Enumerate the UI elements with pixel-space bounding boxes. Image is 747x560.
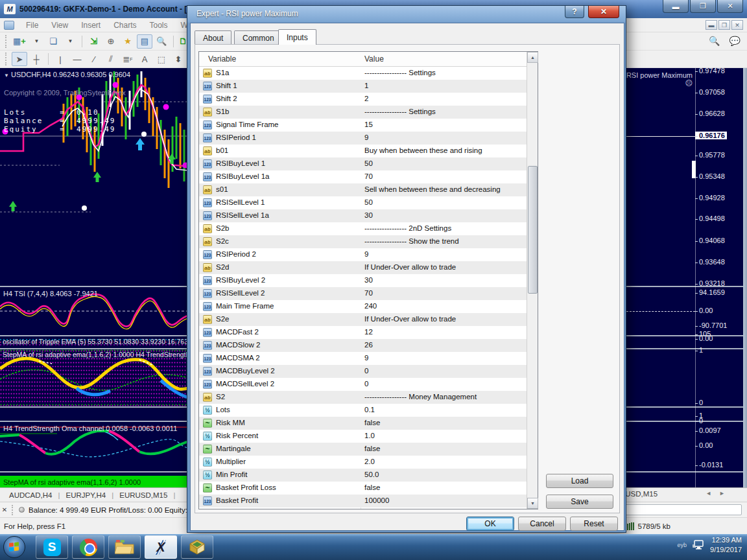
param-value[interactable]: 70 xyxy=(364,289,373,297)
menu-file[interactable]: File xyxy=(19,21,45,30)
input-row[interactable]: abS2b----------------- 2nD Settings xyxy=(199,222,527,235)
menu-charts[interactable]: Charts xyxy=(107,21,143,30)
input-row[interactable]: ~Basket Profit Lossfalse xyxy=(199,482,527,495)
input-row[interactable]: abS2eIf Under-Over allow to trade xyxy=(199,313,527,326)
taskbar-skype-button[interactable]: S xyxy=(36,535,68,559)
param-value[interactable]: 50 xyxy=(364,159,373,167)
input-row[interactable]: abS1b----------------- Settings xyxy=(199,106,527,119)
taskbar-mt4-button[interactable]: X xyxy=(145,535,177,559)
input-row[interactable]: abS2dIf Under-Over allow to trade xyxy=(199,261,527,274)
strategy-tester-button[interactable]: 🔍 xyxy=(154,34,169,49)
input-row[interactable]: ½Min Profit50.0 xyxy=(199,469,527,482)
param-value[interactable]: 30 xyxy=(364,276,373,284)
new-chart-button[interactable]: ▦+ xyxy=(12,34,27,49)
input-row[interactable]: 123Signal Time Frame15 xyxy=(199,119,527,132)
chart-shift-button[interactable]: ⇲ xyxy=(86,34,102,49)
input-row[interactable]: abS1a----------------- Settings xyxy=(199,67,527,80)
new-chart-dropdown[interactable]: ▼ xyxy=(29,34,44,49)
save-button[interactable]: Save xyxy=(546,495,613,509)
favorites-button[interactable]: ★ xyxy=(120,34,136,49)
param-value[interactable]: 2 xyxy=(364,95,368,102)
input-row[interactable]: 123RSIBuyLevel 150 xyxy=(199,158,527,170)
input-row[interactable]: 123RSISellLevel 150 xyxy=(199,196,527,209)
taskbar-clock[interactable]: 12:39 AM 9/19/2017 xyxy=(710,535,746,555)
terminal-grip[interactable] xyxy=(12,505,15,515)
param-value[interactable]: 0 xyxy=(364,367,368,375)
param-value[interactable]: false xyxy=(364,445,380,452)
input-row[interactable]: 123MACDSellLevel 20 xyxy=(199,378,527,391)
scroll-up-button[interactable]: ▲ xyxy=(527,52,538,63)
param-value[interactable]: If Under-Over allow to trade xyxy=(364,263,456,271)
chart-tab-audcad-h4[interactable]: AUDCAD,H4 xyxy=(9,491,52,499)
column-header-variable[interactable]: Variable xyxy=(208,54,236,64)
taskbar-book-app-button[interactable] xyxy=(181,535,213,559)
input-row[interactable]: 123RSISellLevel 270 xyxy=(199,287,527,300)
input-row[interactable]: ½Lots0.1 xyxy=(199,404,527,417)
input-row[interactable]: abs01Sell when between these and decreas… xyxy=(199,183,527,196)
horizontal-line-button[interactable]: — xyxy=(69,52,85,66)
crosshair-button[interactable]: ┼ xyxy=(29,52,44,66)
restore-button[interactable]: ❐ xyxy=(690,0,716,13)
param-value[interactable]: 15 xyxy=(364,121,373,128)
profiles-dropdown[interactable]: ▼ xyxy=(62,34,78,49)
input-row[interactable]: ~Martingalefalse xyxy=(199,443,527,456)
network-tray-icon[interactable] xyxy=(692,539,705,551)
param-value[interactable]: 1.0 xyxy=(364,432,375,439)
chart-tab-eurusd-m15[interactable]: EURUSD,M15 xyxy=(119,491,167,499)
param-value[interactable]: 70 xyxy=(364,172,373,180)
param-value[interactable]: 26 xyxy=(364,341,373,349)
param-value[interactable]: ----------------- Settings xyxy=(364,108,436,115)
param-value[interactable]: 30 xyxy=(364,211,373,219)
input-row[interactable]: ½Risk Percent1.0 xyxy=(199,430,527,443)
param-value[interactable]: 2.0 xyxy=(364,458,375,465)
load-button[interactable]: Load xyxy=(546,474,613,488)
data-window-button[interactable]: ▤ xyxy=(137,34,152,49)
child-minimize-button[interactable]: ▬ xyxy=(706,20,717,30)
param-value[interactable]: Buy when between these and rising xyxy=(364,146,482,154)
param-value[interactable]: 240 xyxy=(364,302,377,310)
param-value[interactable]: 0.1 xyxy=(364,406,375,414)
minimize-button[interactable]: ▬ xyxy=(663,0,689,13)
param-value[interactable]: If Under-Over allow to trade xyxy=(364,315,456,323)
trendline-button[interactable]: ∕ xyxy=(86,52,102,66)
child-close-button[interactable]: ✕ xyxy=(731,20,743,30)
param-value[interactable]: 12 xyxy=(364,328,373,336)
menu-tools[interactable]: Tools xyxy=(143,21,174,30)
param-value[interactable]: 9 xyxy=(364,134,368,141)
input-row[interactable]: 123MACDFast 212 xyxy=(199,326,527,339)
arrows-tool-button[interactable]: ⬍ xyxy=(171,52,186,66)
profiles-button[interactable]: ❏ xyxy=(45,34,61,49)
input-row[interactable]: 123MACDSMA 29 xyxy=(199,352,527,365)
param-value[interactable]: 1 xyxy=(364,82,368,89)
chart-tab-eurjpy-h4[interactable]: EURJPY,H4 xyxy=(65,491,106,499)
column-header-value[interactable]: Value xyxy=(364,54,384,64)
input-row[interactable]: 123MACDSlow 226 xyxy=(199,339,527,352)
dialog-help-button[interactable]: ? xyxy=(565,6,584,18)
price-scale[interactable]: 0.974780.970580.966280.961760.957780.953… xyxy=(695,68,743,487)
input-row[interactable]: 123RSIBuyLevel 1a70 xyxy=(199,170,527,183)
param-value[interactable]: 50 xyxy=(364,198,373,206)
param-value[interactable]: ----------------- Show the trend xyxy=(364,237,459,245)
input-row[interactable]: abb01Buy when between these and rising xyxy=(199,145,527,158)
menu-insert[interactable]: Insert xyxy=(75,21,107,30)
cancel-button[interactable]: Cancel xyxy=(518,517,566,531)
param-value[interactable]: ----------------- 2nD Settings xyxy=(364,224,451,232)
table-scrollbar[interactable]: ▲ ▼ xyxy=(527,52,538,509)
fibonacci-button[interactable]: ≣F xyxy=(120,52,136,66)
chat-icon[interactable]: 💬 xyxy=(729,36,741,46)
param-value[interactable]: 50.0 xyxy=(364,471,379,478)
param-value[interactable]: 9 xyxy=(364,354,368,362)
input-row[interactable]: 123Shift 11 xyxy=(199,80,527,93)
input-row[interactable]: ½Multiplier2.0 xyxy=(199,456,527,469)
search-icon[interactable]: 🔍 xyxy=(709,36,720,46)
param-value[interactable]: ----------------- Money Management xyxy=(364,393,477,401)
close-button[interactable]: ✕ xyxy=(717,0,743,13)
input-row[interactable]: 123RSIPeriod 29 xyxy=(199,248,527,261)
cursor-tool-button[interactable]: ➤ xyxy=(12,52,27,66)
tab-inputs[interactable]: Inputs xyxy=(278,29,316,45)
param-value[interactable]: 100000 xyxy=(364,496,389,504)
input-row[interactable]: 123Shift 22 xyxy=(199,93,527,106)
param-value[interactable]: false xyxy=(364,419,380,426)
param-value[interactable]: 0 xyxy=(364,380,368,388)
param-value[interactable]: false xyxy=(364,484,380,491)
